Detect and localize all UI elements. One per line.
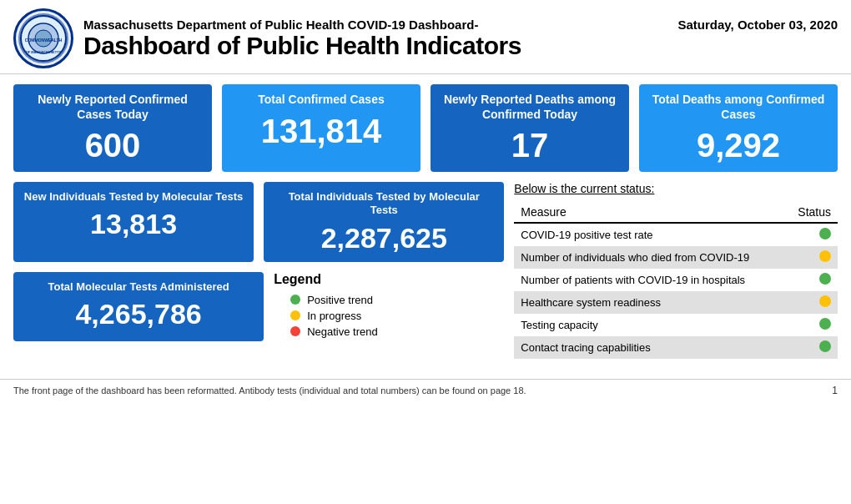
logo: COMMONWEALTH OF MASSACHUSETTS xyxy=(13,8,73,68)
bottom-left-row: Total Molecular Tests Administered 4,265… xyxy=(13,272,504,341)
legend-box: Legend Positive trend In progress Negati… xyxy=(274,272,504,341)
footer-text: The front page of the dashboard has been… xyxy=(13,386,526,396)
stat-card-new-tested-value: 13,813 xyxy=(23,209,244,239)
stat-card-total-mol-tests: Total Molecular Tests Administered 4,265… xyxy=(13,272,264,341)
header: COMMONWEALTH OF MASSACHUSETTS Massachuse… xyxy=(0,0,851,74)
header-subtitle: Massachusetts Department of Public Healt… xyxy=(83,18,478,32)
status-table: Measure Status COVID-19 positive test ra… xyxy=(514,202,838,359)
stat-card-total-cases-value: 131,814 xyxy=(232,113,410,149)
second-section: New Individuals Tested by Molecular Test… xyxy=(13,182,838,359)
stat-card-new-tested-label: New Individuals Tested by Molecular Test… xyxy=(23,190,244,204)
measure-cell: COVID-19 positive test rate xyxy=(514,223,785,246)
legend-title: Legend xyxy=(274,272,504,287)
status-cell xyxy=(786,291,838,314)
footer-page: 1 xyxy=(832,385,838,396)
status-cell xyxy=(786,246,838,269)
status-dot-icon xyxy=(819,295,831,307)
legend-progress-label: In progress xyxy=(307,310,361,322)
green-dot-icon xyxy=(290,295,300,305)
table-row: Contact tracing capabilities xyxy=(514,336,838,359)
stat-card-total-deaths-value: 9,292 xyxy=(649,127,828,164)
status-dot-icon xyxy=(819,273,831,285)
status-cell xyxy=(786,269,838,291)
table-row: Healthcare system readiness xyxy=(514,291,838,314)
legend-negative-label: Negative trend xyxy=(307,325,378,338)
footer: The front page of the dashboard has been… xyxy=(0,379,851,401)
stat-card-total-mol-tests-label: Total Molecular Tests Administered xyxy=(23,280,254,294)
status-section: Below is the current status: Measure Sta… xyxy=(514,182,838,359)
status-cell xyxy=(786,336,838,359)
stat-card-new-tested: New Individuals Tested by Molecular Test… xyxy=(13,182,254,262)
table-row: COVID-19 positive test rate xyxy=(514,223,838,246)
status-cell xyxy=(786,314,838,336)
col-measure: Measure xyxy=(514,202,785,223)
yellow-dot-icon xyxy=(290,310,300,320)
measure-cell: Testing capacity xyxy=(514,314,785,336)
stat-card-total-tested-value: 2,287,625 xyxy=(274,223,494,254)
status-heading: Below is the current status: xyxy=(514,182,838,195)
legend-item-negative: Negative trend xyxy=(274,325,504,338)
stat-card-total-deaths: Total Deaths among Confirmed Cases 9,292 xyxy=(639,84,838,172)
header-title: Dashboard of Public Health Indicators xyxy=(83,32,838,59)
table-row: Testing capacity xyxy=(514,314,838,336)
stat-card-total-mol-tests-value: 4,265,786 xyxy=(23,299,254,330)
stat-card-new-deaths-label: Newly Reported Deaths among Confirmed To… xyxy=(441,93,619,122)
status-dot-icon xyxy=(819,250,831,262)
left-stats: New Individuals Tested by Molecular Test… xyxy=(13,182,504,359)
stat-card-new-deaths-value: 17 xyxy=(441,127,619,164)
header-date: Saturday, October 03, 2020 xyxy=(678,18,838,32)
status-dot-icon xyxy=(819,340,831,352)
status-cell xyxy=(786,223,838,246)
measure-cell: Number of patients with COVID-19 in hosp… xyxy=(514,269,785,291)
status-dot-icon xyxy=(819,318,831,330)
stat-card-new-cases-label: Newly Reported Confirmed Cases Today xyxy=(23,93,202,122)
legend-item-progress: In progress xyxy=(274,310,504,322)
stat-card-total-deaths-label: Total Deaths among Confirmed Cases xyxy=(649,93,828,122)
legend-item-positive: Positive trend xyxy=(274,294,504,306)
main-content: Newly Reported Confirmed Cases Today 600… xyxy=(0,74,851,369)
table-row: Number of patients with COVID-19 in hosp… xyxy=(514,269,838,291)
measure-cell: Contact tracing capabilities xyxy=(514,336,785,359)
table-row: Number of individuals who died from COVI… xyxy=(514,246,838,269)
stat-card-total-tested-label: Total Individuals Tested by Molecular Te… xyxy=(274,190,494,218)
red-dot-icon xyxy=(290,326,300,336)
stat-card-total-cases-label: Total Confirmed Cases xyxy=(232,93,410,108)
measure-cell: Number of individuals who died from COVI… xyxy=(514,246,785,269)
stat-card-new-cases: Newly Reported Confirmed Cases Today 600 xyxy=(13,84,212,172)
stat-card-total-cases: Total Confirmed Cases 131,814 xyxy=(222,84,420,172)
status-dot-icon xyxy=(819,228,831,239)
measure-cell: Healthcare system readiness xyxy=(514,291,785,314)
top-stat-row: Newly Reported Confirmed Cases Today 600… xyxy=(13,84,838,172)
legend-positive-label: Positive trend xyxy=(307,294,373,306)
svg-text:OF MASSACHUSETTS: OF MASSACHUSETTS xyxy=(26,50,62,54)
svg-text:COMMONWEALTH: COMMONWEALTH xyxy=(25,38,63,43)
stat-card-new-cases-value: 600 xyxy=(23,127,202,164)
col-status: Status xyxy=(786,202,838,223)
header-text: Massachusetts Department of Public Healt… xyxy=(83,18,838,59)
mid-stat-row: New Individuals Tested by Molecular Test… xyxy=(13,182,504,262)
stat-card-new-deaths: Newly Reported Deaths among Confirmed To… xyxy=(431,84,629,172)
stat-card-total-tested: Total Individuals Tested by Molecular Te… xyxy=(264,182,504,262)
